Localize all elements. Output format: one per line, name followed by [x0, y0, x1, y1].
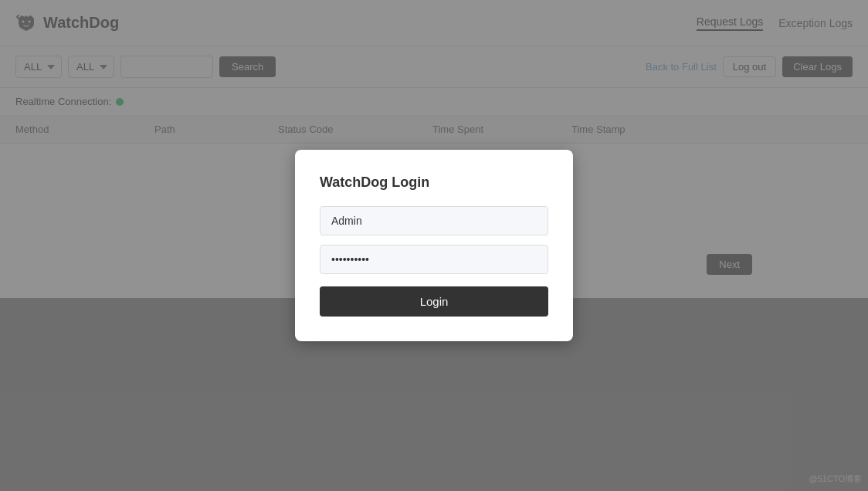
app-background: WatchDog Request Logs Exception Logs ALL…: [0, 0, 868, 491]
login-button[interactable]: Login: [320, 286, 548, 317]
modal-title: WatchDog Login: [320, 174, 548, 191]
username-input[interactable]: [320, 206, 548, 235]
login-modal: WatchDog Login Login: [295, 150, 573, 341]
modal-overlay: WatchDog Login Login: [0, 0, 868, 491]
password-input[interactable]: [320, 245, 548, 274]
